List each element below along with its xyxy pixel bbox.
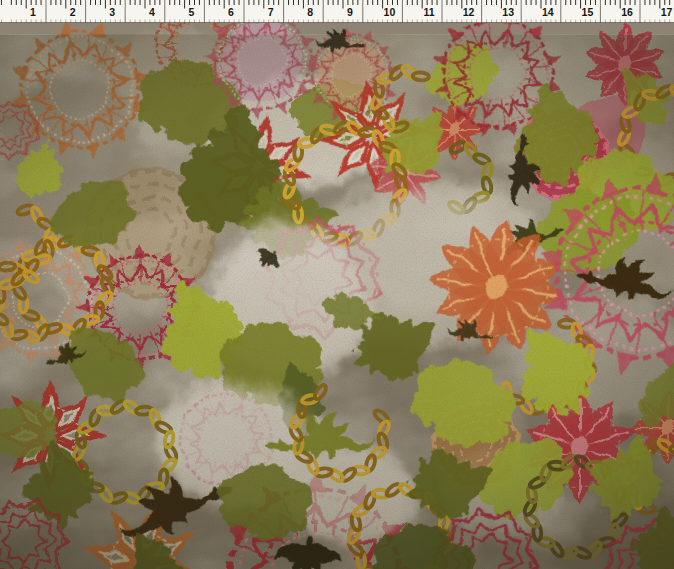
ruler-number: 2 xyxy=(70,6,76,18)
fabric-swatch: 1234567891011121314151617 xyxy=(0,0,674,569)
ruler-number: 3 xyxy=(109,6,115,18)
ruler-number: 13 xyxy=(502,6,514,18)
ruler-number: 11 xyxy=(423,6,434,18)
ruler-number: 16 xyxy=(621,6,633,18)
ruler-svg: 1234567891011121314151617 xyxy=(0,0,674,23)
ruler-number: 6 xyxy=(228,6,234,18)
ruler-number: 17 xyxy=(661,6,673,18)
ruler-number: 4 xyxy=(149,6,155,18)
ruler-number: 1 xyxy=(30,6,36,18)
ruler-number: 12 xyxy=(463,6,475,18)
ruler-number: 5 xyxy=(188,6,194,18)
ruler-number: 9 xyxy=(347,6,353,18)
fabric-print xyxy=(0,23,674,569)
fabric-print-svg xyxy=(0,23,674,569)
ruler-number: 15 xyxy=(582,6,594,18)
ruler-number: 10 xyxy=(384,6,396,18)
ruler-number: 8 xyxy=(307,6,313,18)
ruler-number: 7 xyxy=(268,6,274,18)
ruler: 1234567891011121314151617 xyxy=(0,0,674,23)
ruler-number: 14 xyxy=(542,6,554,18)
